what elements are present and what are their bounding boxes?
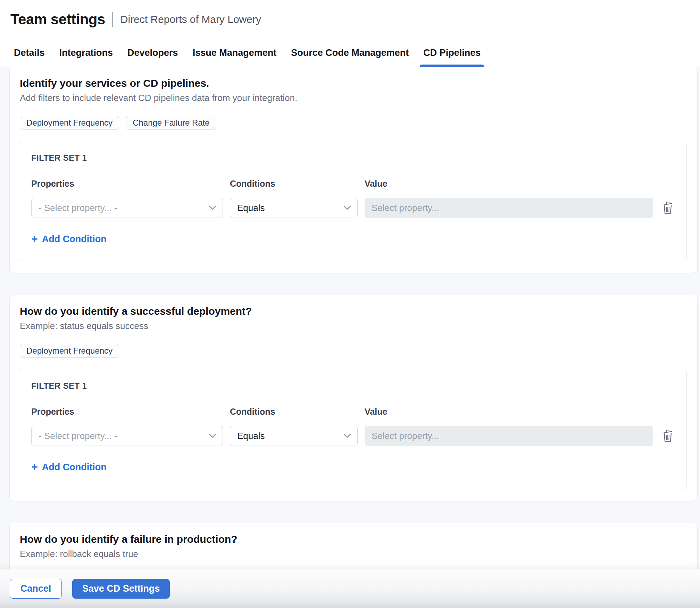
chip-deployment-frequency[interactable]: Deployment Frequency	[20, 344, 119, 358]
chevron-down-icon	[209, 433, 216, 438]
trash-icon	[662, 430, 673, 442]
filter-set-card: FILTER SET 1 Properties Conditions Value…	[20, 141, 687, 261]
tab-issue-management[interactable]: Issue Management	[189, 39, 280, 67]
section-subtitle: Example: rollback equals true	[20, 549, 687, 559]
value-input[interactable]	[365, 198, 653, 218]
property-select-value: - Select property... -	[39, 203, 117, 213]
filter-row: Properties Conditions Value - Select pro…	[31, 407, 675, 446]
tab-cd-pipelines[interactable]: CD Pipelines	[420, 39, 484, 67]
chip-change-failure-rate[interactable]: Change Failure Rate	[126, 116, 216, 130]
section-subtitle: Example: status equals success	[20, 321, 687, 331]
value-label: Value	[365, 179, 653, 189]
cancel-button[interactable]: Cancel	[10, 579, 62, 599]
page-header: Team settings Direct Reports of Mary Low…	[0, 0, 700, 39]
section-title: How do you identify a failure in product…	[20, 533, 687, 545]
section-subtitle: Add filters to include relevant CD pipel…	[20, 93, 687, 103]
settings-tabbar: Details Integrations Developers Issue Ma…	[0, 39, 700, 67]
section-identify-services: Identify your services or CD pipelines. …	[10, 67, 697, 273]
plus-icon: +	[31, 233, 38, 244]
value-input[interactable]	[365, 426, 653, 446]
add-condition-label: Add Condition	[42, 234, 107, 245]
filter-set-card: FILTER SET 1 Properties Conditions Value…	[20, 369, 687, 489]
save-cd-settings-button[interactable]: Save CD Settings	[72, 579, 170, 599]
property-select[interactable]: - Select property... -	[31, 426, 223, 446]
team-settings-page: Team settings Direct Reports of Mary Low…	[0, 0, 700, 608]
section-title: How do you identify a successful deploym…	[20, 305, 687, 317]
conditions-label: Conditions	[230, 179, 358, 189]
page-title: Team settings	[10, 11, 105, 28]
properties-label: Properties	[31, 179, 223, 189]
delete-filter-button[interactable]	[660, 199, 675, 217]
tab-details[interactable]: Details	[10, 39, 48, 67]
filter-set-title: FILTER SET 1	[31, 381, 675, 391]
metric-chips: Deployment Frequency	[20, 344, 687, 358]
filter-row: Properties Conditions Value - Select pro…	[31, 179, 675, 218]
add-condition-label: Add Condition	[42, 462, 107, 473]
tab-developers[interactable]: Developers	[124, 39, 182, 67]
delete-filter-button[interactable]	[660, 427, 675, 445]
add-condition-button[interactable]: + Add Condition	[31, 234, 107, 245]
add-condition-button[interactable]: + Add Condition	[31, 462, 107, 473]
title-divider	[112, 12, 113, 27]
property-select[interactable]: - Select property... -	[31, 198, 223, 218]
filter-set-title: FILTER SET 1	[31, 153, 675, 163]
value-label: Value	[365, 407, 653, 417]
plus-icon: +	[31, 461, 38, 472]
condition-select[interactable]: Equals	[230, 198, 358, 218]
section-successful-deployment: How do you identify a successful deploym…	[10, 295, 697, 501]
page-subtitle: Direct Reports of Mary Lowery	[120, 14, 261, 25]
condition-select-value: Equals	[237, 431, 265, 441]
tab-integrations[interactable]: Integrations	[56, 39, 117, 67]
chip-deployment-frequency[interactable]: Deployment Frequency	[20, 116, 119, 130]
cd-pipelines-content: Identify your services or CD pipelines. …	[0, 67, 700, 608]
conditions-label: Conditions	[230, 407, 358, 417]
chevron-down-icon	[343, 433, 351, 438]
chevron-down-icon	[209, 205, 216, 210]
tab-source-code-management[interactable]: Source Code Management	[288, 39, 412, 67]
properties-label: Properties	[31, 407, 223, 417]
condition-select[interactable]: Equals	[230, 426, 358, 446]
action-footer: Cancel Save CD Settings	[0, 569, 700, 608]
metric-chips: Deployment Frequency Change Failure Rate	[20, 116, 687, 130]
trash-icon	[662, 202, 673, 214]
condition-select-value: Equals	[237, 203, 265, 213]
chevron-down-icon	[343, 205, 351, 210]
section-title: Identify your services or CD pipelines.	[20, 77, 687, 89]
property-select-value: - Select property... -	[39, 431, 117, 441]
